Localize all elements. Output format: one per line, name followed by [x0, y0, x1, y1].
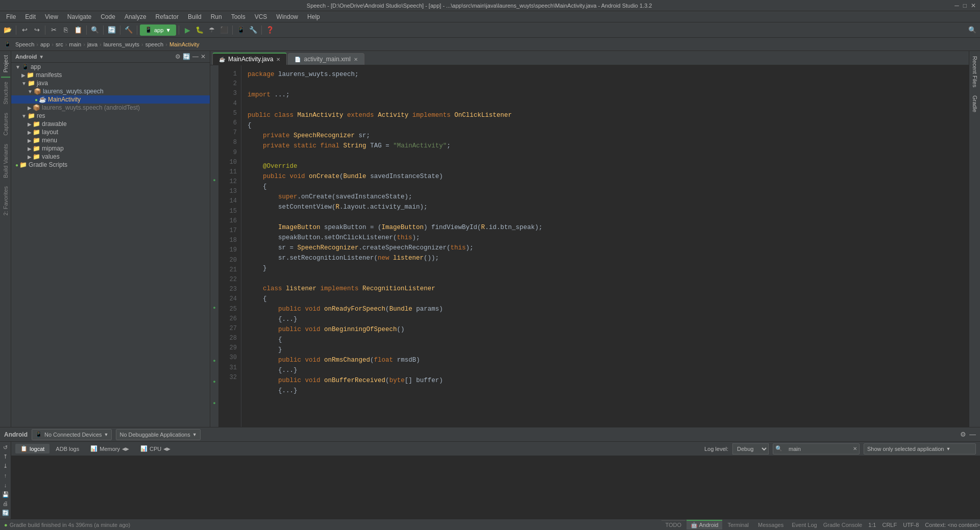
tab-close-mainactivity[interactable]: ✕ — [276, 57, 280, 62]
nav-src[interactable]: src — [56, 41, 63, 47]
android-panel-restart-btn[interactable]: ↺ — [1, 444, 10, 451]
toolbar-run-config[interactable]: 📱 app ▼ — [140, 24, 176, 36]
menu-build[interactable]: Build — [184, 12, 206, 21]
menu-code[interactable]: Code — [96, 12, 119, 21]
toolbar-search-everywhere-btn[interactable]: 🔍 — [967, 24, 978, 36]
show-selected-app-btn[interactable]: Show only selected application ▼ — [864, 443, 976, 455]
toolbar-copy-btn[interactable]: ⎘ — [60, 24, 71, 36]
toolbar-coverage-btn[interactable]: ☂ — [206, 24, 217, 36]
nav-main[interactable]: main — [69, 41, 81, 47]
close-button[interactable]: ✕ — [971, 2, 976, 9]
log-tab-logcat[interactable]: 📋 logcat — [15, 444, 50, 453]
sidebar-item-gradle[interactable]: Gradle — [971, 92, 979, 115]
nav-mainactivity[interactable]: MainActivity — [169, 41, 200, 47]
sidebar-item-structure[interactable]: Structure — [1, 78, 10, 109]
nav-speech-pkg[interactable]: speech — [145, 41, 163, 47]
tree-item-layout[interactable]: ▶ 📁 layout — [11, 128, 210, 136]
tree-item-gradle-scripts[interactable]: ● 📁 Gradle Scripts — [11, 161, 210, 169]
tree-item-package-test[interactable]: ▶ 📦 laurens_wuyts.speech (androidTest) — [11, 104, 210, 112]
tab-todo[interactable]: TODO — [662, 520, 686, 529]
menu-navigate[interactable]: Navigate — [63, 12, 95, 21]
sidebar-item-favorites[interactable]: 2: Favorites — [1, 182, 10, 219]
android-panel-scroll-top-btn[interactable]: ⤒ — [1, 453, 10, 460]
menu-file[interactable]: File — [2, 12, 20, 21]
status-event-log[interactable]: Event Log — [792, 522, 817, 528]
toolbar-paste-btn[interactable]: 📋 — [72, 24, 84, 36]
toolbar-sdk-btn[interactable]: 🔧 — [248, 24, 259, 36]
nav-speech[interactable]: Speech — [15, 41, 34, 47]
menu-view[interactable]: View — [41, 12, 62, 21]
code-editor[interactable]: ● ● ● — [210, 65, 969, 427]
tree-item-menu[interactable]: ▶ 📁 menu — [11, 136, 210, 144]
tab-terminal[interactable]: Terminal — [723, 521, 753, 529]
log-level-select[interactable]: Debug Verbose Info Warn Error Assert — [732, 443, 769, 455]
menu-tools[interactable]: Tools — [227, 12, 250, 21]
status-gradle-console[interactable]: Gradle Console — [823, 522, 862, 528]
project-collapse-btn[interactable]: — — [192, 53, 199, 60]
sidebar-item-recent-files[interactable]: Recent Files — [971, 53, 979, 90]
tree-item-package-main[interactable]: ▼ 📦 laurens_wuyts.speech — [11, 87, 210, 95]
toolbar-debug-btn[interactable]: 🐛 — [194, 24, 205, 36]
menu-analyze[interactable]: Analyze — [120, 12, 151, 21]
toolbar-find-btn[interactable]: 🔍 — [89, 24, 101, 36]
code-content[interactable]: package laurens_wuyts.speech; import ...… — [241, 65, 969, 427]
tree-item-mainactivity[interactable]: ● ☕ MainActivity — [11, 95, 210, 104]
project-dropdown-icon[interactable]: ▼ — [39, 54, 44, 60]
menu-window[interactable]: Window — [272, 12, 302, 21]
menu-run[interactable]: Run — [207, 12, 226, 21]
android-panel-up-btn[interactable]: ↑ — [1, 472, 10, 479]
log-content[interactable] — [11, 456, 980, 519]
debuggable-apps-selector[interactable]: No Debuggable Applications ▼ — [116, 429, 200, 440]
toolbar-undo-btn[interactable]: ↩ — [19, 24, 30, 36]
android-panel-settings-btn[interactable]: ⚙ — [960, 431, 966, 438]
menu-refactor[interactable]: Refactor — [152, 12, 183, 21]
log-search-input[interactable] — [785, 443, 851, 455]
tree-item-drawable[interactable]: ▶ 📁 drawable — [11, 120, 210, 128]
tree-item-mipmap[interactable]: ▶ 📁 mipmap — [11, 144, 210, 153]
tree-item-manifests[interactable]: ▶ 📁 manifests — [11, 71, 210, 79]
tab-android[interactable]: 🤖 Android — [687, 520, 722, 529]
nav-app[interactable]: app — [40, 41, 50, 47]
toolbar-run-btn[interactable]: ▶ — [182, 24, 193, 36]
tree-item-java[interactable]: ▼ 📁 java — [11, 79, 210, 87]
project-close-btn[interactable]: ✕ — [201, 53, 206, 60]
tree-item-res[interactable]: ▼ 📁 res — [11, 112, 210, 120]
tab-activity-main-xml[interactable]: 📄 activity_main.xml ✕ — [288, 53, 364, 65]
android-panel-print-btn[interactable]: 🖨 — [1, 500, 10, 507]
toolbar-redo-btn[interactable]: ↪ — [31, 24, 42, 36]
toolbar-sync-btn[interactable]: 🔄 — [106, 24, 117, 36]
sidebar-item-build-variants[interactable]: Build Variants — [1, 140, 10, 182]
sidebar-item-project[interactable]: Project — [1, 51, 10, 78]
tree-item-app[interactable]: ▼ 📱 app — [11, 63, 210, 71]
tab-messages[interactable]: Messages — [754, 521, 788, 529]
toolbar-help-btn[interactable]: ❓ — [264, 24, 276, 36]
tab-close-activity-main[interactable]: ✕ — [354, 57, 358, 62]
connected-devices-selector[interactable]: 📱 No Connected Devices ▼ — [32, 429, 112, 440]
toolbar-cut-btn[interactable]: ✂ — [48, 24, 59, 36]
toolbar-stop-btn[interactable]: ⬛ — [218, 24, 230, 36]
toolbar-avd-btn[interactable]: 📱 — [235, 24, 247, 36]
android-panel-refresh-btn[interactable]: 🔄 — [1, 510, 10, 517]
toolbar-open-btn[interactable]: 📂 — [2, 24, 13, 36]
log-tab-cpu[interactable]: 📊 CPU ◀▶ — [135, 444, 176, 453]
log-search-clear-btn[interactable]: ✕ — [853, 446, 857, 451]
android-panel-save-btn[interactable]: 💾 — [1, 491, 10, 498]
log-tab-memory[interactable]: 📊 Memory ◀▶ — [85, 444, 134, 453]
android-panel-minimize-btn[interactable]: — — [969, 431, 976, 438]
tab-mainactivity-java[interactable]: ☕ MainActivity.java ✕ — [212, 53, 287, 65]
nav-package[interactable]: laurens_wuyts — [104, 41, 139, 47]
toolbar-build-btn[interactable]: 🔨 — [123, 24, 134, 36]
menu-help[interactable]: Help — [303, 12, 324, 21]
sidebar-item-captures[interactable]: Captures — [1, 109, 10, 140]
menu-edit[interactable]: Edit — [21, 12, 40, 21]
project-sync-btn[interactable]: 🔄 — [183, 53, 190, 60]
android-panel-scroll-bottom-btn[interactable]: ⤓ — [1, 463, 10, 470]
nav-java[interactable]: java — [87, 41, 97, 47]
android-panel-down-btn[interactable]: ↓ — [1, 482, 10, 489]
minimize-button[interactable]: ─ — [954, 2, 959, 9]
project-settings-btn[interactable]: ⚙ — [175, 53, 181, 60]
log-tab-adb-logs[interactable]: ADB logs — [51, 444, 84, 453]
maximize-button[interactable]: □ — [963, 2, 967, 9]
tree-item-values[interactable]: ▶ 📁 values — [11, 153, 210, 161]
menu-vcs[interactable]: VCS — [251, 12, 272, 21]
